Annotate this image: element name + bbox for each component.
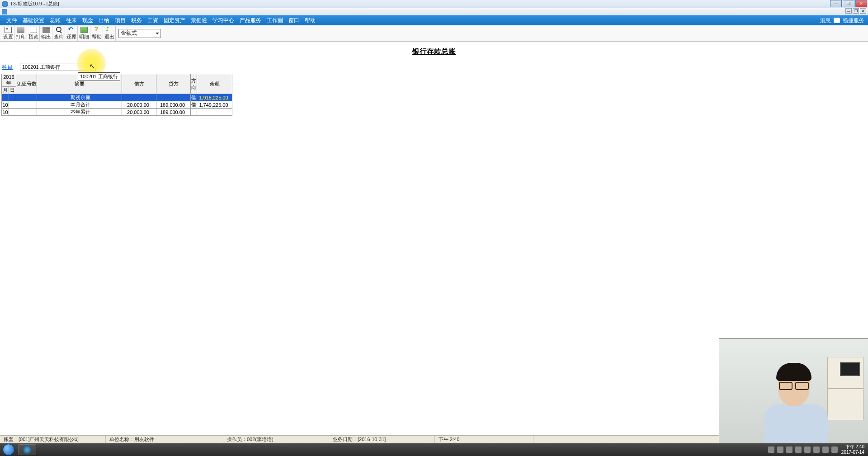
th-balance: 余额 [197, 74, 232, 94]
th-credit: 贷方 [156, 74, 191, 94]
menu-file[interactable]: 文件 [4, 17, 20, 24]
tray-icon[interactable] [768, 446, 774, 453]
window-minimize-button[interactable]: — [830, 0, 842, 7]
tray-icon[interactable] [804, 446, 811, 453]
start-button[interactable] [0, 443, 17, 456]
tray-icon[interactable] [813, 446, 820, 453]
toolbar-search-button[interactable]: 查询 [52, 26, 65, 41]
tray-clock[interactable]: 下午 2:40 2017-07-14 [841, 444, 864, 455]
output-icon [42, 27, 50, 33]
mdi-icon [2, 9, 7, 14]
windows-taskbar: 下午 2:40 2017-07-14 [0, 443, 868, 456]
tray-icon[interactable] [831, 446, 838, 453]
menu-tax[interactable]: 税务 [128, 17, 145, 24]
settings-icon [5, 27, 12, 33]
status-time: 下午 2:40 [435, 436, 533, 443]
print-icon [17, 27, 24, 33]
toolbar-detail-button[interactable]: 明细 [78, 26, 90, 41]
status-account-set: 账套：[001]广州天天科技有限公司 [0, 436, 106, 443]
cell-month: 10 [2, 101, 9, 109]
menu-bills[interactable]: 票据通 [188, 17, 210, 24]
windows-icon [3, 444, 14, 456]
mdi-minimize-button[interactable]: — [845, 8, 852, 14]
th-month: 月 [2, 87, 9, 94]
cell-debit: 20,000.00 [122, 101, 156, 109]
menu-service-link[interactable]: 畅捷服务 [843, 17, 864, 24]
menu-fixed-assets[interactable]: 固定资产 [161, 17, 188, 24]
mdi-close-button[interactable]: ✕ [860, 8, 866, 14]
toolbar-help-button[interactable]: 帮助 [90, 26, 103, 41]
menu-workspace[interactable]: 工作圈 [264, 17, 286, 24]
th-debit: 借方 [122, 74, 156, 94]
restore-icon [68, 27, 75, 33]
menu-learning[interactable]: 学习中心 [210, 17, 237, 24]
status-biz-date: 业务日期：[2016-10-31] [329, 436, 435, 443]
tray-icons [768, 446, 838, 453]
tray-time-text: 下午 2:40 [841, 444, 864, 450]
window-maximize-button[interactable]: ❐ [843, 0, 854, 7]
status-operator: 操作员：002(李培培) [223, 436, 329, 443]
table-row[interactable]: 10 本年累计 20,000.00 189,000.00 [2, 109, 232, 116]
menu-project[interactable]: 项目 [112, 17, 128, 24]
toolbar-print-button[interactable]: 打印 [14, 26, 27, 41]
cell-summary: 本月合计 [37, 101, 122, 109]
menu-basic-settings[interactable]: 基础设置 [20, 17, 47, 24]
menu-help[interactable]: 帮助 [302, 17, 318, 24]
system-tray: 下午 2:40 2017-07-14 [768, 444, 868, 455]
cell-debit: 20,000.00 [122, 109, 156, 116]
cell-day [9, 94, 16, 101]
cell-debit [122, 94, 156, 101]
window-title: T3-标准版10.9 - [总账] [10, 0, 59, 7]
cell-balance: 1,918,225.00 [197, 94, 232, 101]
cell-day [9, 109, 16, 116]
speech-icon [834, 18, 840, 23]
tray-icon[interactable] [795, 446, 802, 453]
main-menubar: 文件 基础设置 总账 往来 现金 出纳 项目 税务 工资 固定资产 票据通 学习… [0, 15, 868, 25]
table-row[interactable]: 期初余额 借 1,918,225.00 [2, 94, 232, 101]
tray-icon[interactable] [822, 446, 829, 453]
cell-day [9, 101, 16, 109]
app-icon [2, 1, 8, 7]
toolbar-exit-button[interactable]: 退出 [103, 26, 116, 41]
menu-cash[interactable]: 现金 [80, 17, 96, 24]
menu-salary[interactable]: 工资 [145, 17, 161, 24]
menu-general-ledger[interactable]: 总账 [47, 17, 63, 24]
window-titlebar: T3-标准版10.9 - [总账] — ❐ ✕ [0, 0, 868, 8]
menu-transactions[interactable]: 往来 [63, 17, 80, 24]
cell-credit: 189,000.00 [156, 109, 191, 116]
subject-tooltip: 100201 工商银行 [78, 72, 120, 81]
menu-products[interactable]: 产品服务 [237, 17, 264, 24]
cell-direction: 借 [191, 94, 197, 101]
tray-icon[interactable] [786, 446, 793, 453]
subject-row: 科目 [2, 63, 868, 71]
mdi-restore-button[interactable]: ❐ [853, 8, 859, 14]
cell-voucher [16, 94, 37, 101]
display-mode-combo[interactable]: 金额式 [118, 29, 161, 38]
window-close-button[interactable]: ✕ [855, 0, 867, 7]
toolbar: 设置 打印 预览 输出 查询 还原 明细 帮助 退出 金额式 [0, 25, 868, 42]
menu-window[interactable]: 窗口 [286, 17, 302, 24]
combo-value: 金额式 [121, 29, 137, 37]
toolbar-output-button[interactable]: 输出 [40, 26, 52, 41]
exit-icon [106, 27, 113, 33]
toolbar-preview-button[interactable]: 预览 [27, 26, 40, 41]
cell-summary: 期初余额 [37, 94, 122, 101]
cell-voucher [16, 101, 37, 109]
tray-icon[interactable] [777, 446, 783, 453]
taskbar-app[interactable] [18, 444, 36, 455]
toolbar-restore-button[interactable]: 还原 [65, 26, 78, 41]
menu-cashier[interactable]: 出纳 [96, 17, 112, 24]
cell-direction [191, 109, 197, 116]
subject-label[interactable]: 科目 [2, 63, 13, 71]
th-direction: 方向 [191, 74, 197, 94]
cell-balance: 1,749,225.00 [197, 101, 232, 109]
toolbar-settings-button[interactable]: 设置 [2, 26, 14, 41]
tray-date-text: 2017-07-14 [841, 450, 864, 455]
ledger-tbody: 期初余额 借 1,918,225.00 10 本月合计 20,000.00 18… [2, 94, 232, 116]
detail-icon [80, 27, 88, 33]
menu-messages-link[interactable]: 消息 [820, 17, 831, 24]
table-row[interactable]: 10 本月合计 20,000.00 189,000.00 借 1,749,225… [2, 101, 232, 109]
cell-balance [197, 109, 232, 116]
cell-credit: 189,000.00 [156, 101, 191, 109]
subject-input[interactable] [20, 63, 96, 71]
